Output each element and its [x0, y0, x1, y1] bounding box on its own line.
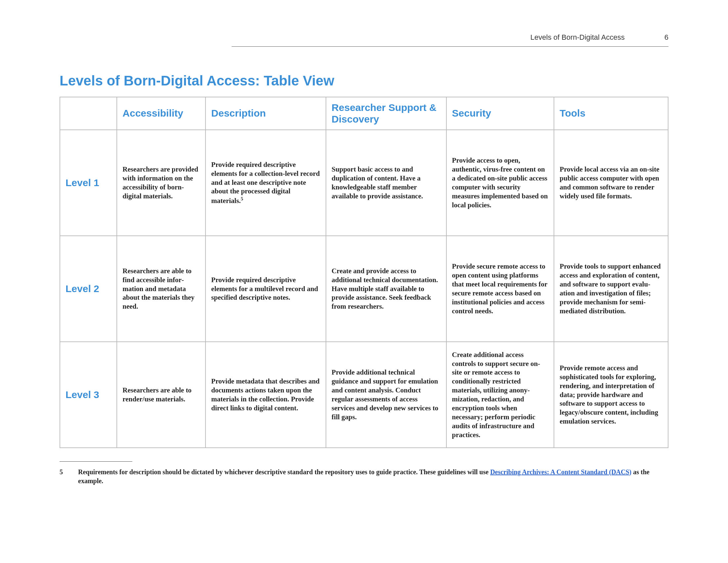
col-header-tools: Tools — [554, 97, 668, 130]
cell-l1-tools: Provide local access via an on-site publ… — [554, 130, 668, 236]
col-header-description: Description — [205, 97, 326, 130]
table-corner-cell — [60, 97, 117, 130]
cell-l2-researcher: Create and provide access to additional … — [326, 236, 446, 342]
col-header-researcher: Researcher Support & Discovery — [326, 97, 446, 130]
cell-l2-description: Provide required descriptive elements fo… — [205, 236, 326, 342]
footnote-body: Requirements for description should be d… — [78, 468, 668, 486]
cell-l1-researcher: Support basic access to and duplication … — [326, 130, 446, 236]
col-header-accessibility: Accessibility — [117, 97, 205, 130]
row-header-level-2: Level 2 — [60, 236, 117, 342]
cell-l3-researcher: Provide additional technical guidance an… — [326, 342, 446, 448]
cell-text: Provide required descriptive elements fo… — [211, 161, 320, 205]
cell-l3-description: Provide metadata that describes and docu… — [205, 342, 326, 448]
cell-l3-tools: Provide remote access and sophisticated … — [554, 342, 668, 448]
cell-l1-accessibility: Researchers are pro­vided with informati… — [117, 130, 205, 236]
levels-table: Accessibility Description Researcher Sup… — [60, 97, 668, 448]
header-rule — [232, 46, 668, 47]
footnote-5: 5 Requirements for description should be… — [60, 468, 668, 486]
cell-l3-security: Create additional access controls to sup… — [446, 342, 554, 448]
cell-l2-tools: Provide tools to support enhanced access… — [554, 236, 668, 342]
cell-l1-description: Provide required descriptive elements fo… — [205, 130, 326, 236]
running-header: Levels of Born-Digital Access 6 — [232, 33, 668, 46]
cell-l2-security: Provide secure remote ac­cess to open co… — [446, 236, 554, 342]
table-row: Level 1 Researchers are pro­vided with i… — [60, 130, 668, 236]
table-header-row: Accessibility Description Researcher Sup… — [60, 97, 668, 130]
footnote-link-dacs[interactable]: Describing Archives: A Content Standard … — [490, 468, 631, 476]
running-title: Levels of Born-Digital Access — [530, 33, 625, 42]
footnote-ref-5: 5 — [241, 196, 243, 201]
footnote-text-pre: Requirements for description should be d… — [78, 468, 490, 476]
row-header-level-3: Level 3 — [60, 342, 117, 448]
col-header-security: Security — [446, 97, 554, 130]
table-row: Level 2 Researchers are able to find acc… — [60, 236, 668, 342]
page: Levels of Born-Digital Access 6 Levels o… — [0, 0, 728, 563]
page-number: 6 — [664, 33, 668, 42]
row-header-level-1: Level 1 — [60, 130, 117, 236]
table-row: Level 3 Researchers are able to render/u… — [60, 342, 668, 448]
footnote-marker: 5 — [60, 468, 65, 486]
page-title: Levels of Born-Digital Access: Table Vie… — [60, 73, 668, 89]
cell-l3-accessibility: Researchers are able to render/use mater… — [117, 342, 205, 448]
footnote-rule — [60, 461, 132, 462]
cell-l2-accessibility: Researchers are able to find accessible … — [117, 236, 205, 342]
cell-l1-security: Provide access to open, authentic, virus… — [446, 130, 554, 236]
